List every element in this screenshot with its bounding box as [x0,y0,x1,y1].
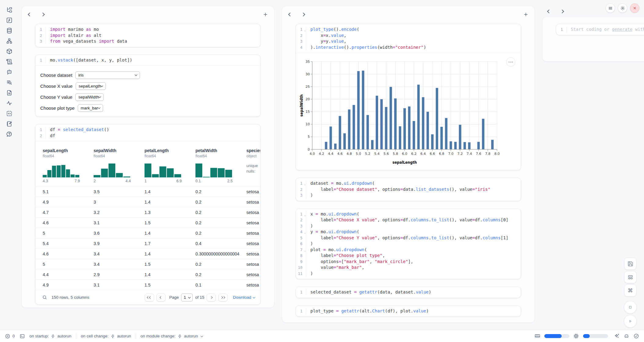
dropdown-choose-x-value[interactable]: sepalLength [76,82,106,90]
table-column-sepalLength[interactable]: sepalLengthfloat644.37.9 [43,148,94,183]
ai-assist-button[interactable] [614,333,620,339]
code-editor-plot[interactable]: 1⌄plot_type().encode(2 x=x.value,3 y=y.v… [296,24,521,53]
code-editor-dataset[interactable]: 1⌄dataset = mo.ui.dropdown(2 label="Choo… [296,178,521,201]
help-button[interactable] [6,131,13,137]
sparkles-icon [614,333,620,339]
page-select[interactable]: 1 [181,294,193,301]
logs-button[interactable] [6,59,13,65]
svg-text:0: 0 [308,148,310,151]
settings-button[interactable] [618,3,627,13]
column-next-button[interactable] [301,12,305,17]
svg-text:5.4: 5.4 [374,152,380,156]
save-button[interactable] [624,258,636,270]
notebook-menu-button[interactable] [606,3,615,13]
gear-icon [620,6,625,11]
scratchpad-button[interactable] [6,121,13,127]
run-button[interactable] [624,315,637,328]
code-editor-df[interactable]: 1df = selected_dataset()2df [35,124,260,141]
cell-plot-type: 1plot_type = getattr(alt.Chart(df), plot… [295,305,521,317]
control-label: Choose X value [40,84,73,89]
control-label: Choose dataset [40,73,72,78]
prev-page-button[interactable] [156,294,166,301]
menu-icon [608,6,613,11]
add-cell-button[interactable] [263,12,268,17]
column-prev-button[interactable] [288,12,292,17]
table-row: 5.13.51.40.2setosa [35,186,260,197]
last-page-button[interactable] [218,294,227,301]
layout-icon [628,274,633,280]
stop-icon [628,305,633,310]
terminal-icon [20,333,25,339]
column-right: 1Start coding or generate with [542,17,644,62]
packages-button[interactable] [6,48,13,55]
variables-button[interactable] [6,17,13,23]
dropdown-choose-plot-type[interactable]: mark_bar [78,104,103,112]
terminal-button[interactable] [20,333,25,339]
svg-text:25: 25 [306,85,310,89]
dropdown-choose-y-value[interactable]: sepalWidth [75,93,104,101]
table-column-sepalWidth[interactable]: sepalWidthfloat6424.4 [94,148,145,183]
code-view-button[interactable] [6,110,13,117]
on-cell-change-setting[interactable]: on cell change: autorun [81,334,131,338]
divider [136,333,136,339]
stop-button[interactable] [624,301,637,314]
tracebacks-button[interactable] [6,79,13,86]
code-editor-plot-type[interactable]: 1plot_type = getattr(alt.Chart(df), plot… [296,306,521,317]
circle-x-icon [5,333,10,339]
column-next-button[interactable] [560,9,564,14]
code-editor-empty[interactable]: 1Start coding or generate with [556,24,644,35]
cell-xy-dropdowns: 1⌄x = mo.ui.dropdown(2 label="Choose X v… [295,208,521,280]
svg-text:4.4: 4.4 [328,152,334,156]
memory-usage-meter [544,334,569,338]
activity-icon [6,100,13,106]
copilot-status-button[interactable] [624,333,629,339]
performance-button[interactable] [6,100,13,106]
dependencies-button[interactable] [6,38,13,44]
on-module-change-setting[interactable]: on module change: autorun [141,334,203,338]
control-label: Choose Y value [40,94,72,100]
chevron-left-icon [288,12,292,16]
save-icon [628,261,633,267]
search-icon[interactable] [42,295,47,300]
snippets-button[interactable] [6,90,13,96]
table-row: 53.61.40.2setosa [35,228,260,238]
on-startup-setting[interactable]: on startup: autorun [30,334,72,338]
datasources-button[interactable] [6,27,13,34]
add-cell-button[interactable] [523,12,528,17]
code-editor-imports[interactable]: 1import marimo as mo2import altair as al… [35,24,260,47]
bot-chat-icon [6,69,13,75]
layout-button[interactable] [624,271,636,283]
table-column-petalLength[interactable]: petalLengthfloat6416.9 [145,148,195,183]
connection-status-button[interactable] [633,333,639,339]
download-button[interactable]: Download [233,295,255,300]
chart-output[interactable]: 4.04.24.44.64.85.05.25.45.65.86.06.26.46… [296,53,521,170]
chart-options-button[interactable] [506,57,515,66]
package-icon [6,48,13,55]
code-editor-vstack[interactable]: 1mo.vstack([dataset, x, y, plot]) [35,55,260,66]
svg-text:20: 20 [306,97,310,101]
code-editor-selected[interactable]: 1selected_dataset = getattr(data, datase… [296,287,521,298]
chevron-down-icon [98,95,101,98]
altair-bar-chart[interactable]: 4.04.24.44.64.85.05.25.45.65.86.06.26.46… [299,59,521,166]
first-page-button[interactable] [145,294,154,301]
column-right-nav [547,9,564,14]
column-next-button[interactable] [41,12,45,17]
code-editor-xyplot[interactable]: 1⌄x = mo.ui.dropdown(2 label="Choose X v… [296,209,521,279]
shutdown-button[interactable] [630,3,639,13]
table-column-petalWidth[interactable]: petalWidthfloat640.12.5 [195,148,246,183]
ai-chat-button[interactable] [6,69,13,75]
table-column-species[interactable]: speciesobjectuniquenulls: [246,148,261,183]
cell-dataframe: 1df = selected_dataset()2df sepalLengthf… [35,124,261,305]
next-page-button[interactable] [207,294,216,301]
page-label: Page [169,295,179,300]
column-middle-header [282,6,535,20]
command-palette-button[interactable]: ⌘ [624,284,636,297]
file-tree-button[interactable] [6,7,13,13]
control-row: Choose X valuesepalLength [40,80,260,91]
svg-text:5: 5 [308,135,310,139]
column-prev-button[interactable] [547,9,551,14]
errors-indicator[interactable]: 0 [5,333,15,339]
dropdown-choose-dataset[interactable]: iris [75,71,140,79]
column-prev-button[interactable] [28,12,32,17]
svg-text:5.0: 5.0 [356,152,361,156]
